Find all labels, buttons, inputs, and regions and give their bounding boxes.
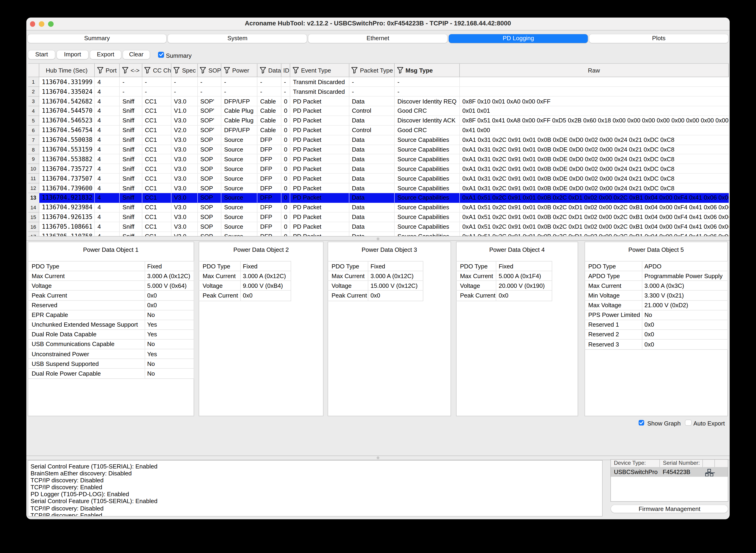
cell-hub-time[interactable]: 1136704.544570	[39, 106, 95, 116]
cell-data[interactable]: Cable	[257, 116, 281, 126]
cell-packet-type[interactable]: Control	[349, 106, 395, 116]
row-number-cell[interactable]: 6	[28, 126, 39, 135]
cell-packet-type[interactable]: Data	[349, 174, 395, 184]
cell-hub-time[interactable]: 1136704.550038	[39, 135, 95, 145]
show-graph-checkbox[interactable]	[638, 420, 644, 425]
cell-msg-type[interactable]: Good CRC	[395, 126, 460, 135]
cell-port[interactable]: 4	[95, 164, 120, 174]
row-number-cell[interactable]: 17	[28, 232, 39, 237]
cell-direction[interactable]: Sniff	[120, 96, 142, 106]
cell-direction[interactable]: Sniff	[120, 145, 142, 155]
cell-raw[interactable]: 0xA1 0x31 0x2C 0x91 0x01 0x0B 0xDE 0xD0 …	[460, 145, 729, 155]
cell-spec[interactable]: V3.0	[171, 145, 198, 155]
row-number-cell[interactable]: 1	[28, 77, 39, 87]
row-number-cell[interactable]: 15	[28, 213, 39, 222]
cell-packet-type[interactable]: Data	[349, 193, 395, 203]
cell-id[interactable]: 0	[281, 126, 290, 135]
cell-hub-time[interactable]: 1136704.737507	[39, 174, 95, 184]
cell-data[interactable]: Cable	[257, 126, 281, 135]
table-row[interactable]: 16 1136705.108661 4 Sniff CC1 V3.0 SOP S…	[28, 222, 729, 232]
table-row[interactable]: 9 1136704.553882 4 Sniff CC1 V3.0 SOP So…	[28, 155, 729, 164]
cell-spec[interactable]: V3.0	[171, 213, 198, 222]
cell-cc-ch[interactable]: CC1	[142, 232, 171, 237]
cell-packet-type[interactable]: Data	[349, 145, 395, 155]
cell-cc-ch[interactable]: -	[142, 77, 171, 87]
cell-spec[interactable]: V3.0	[171, 183, 198, 193]
cell-id[interactable]: 0	[281, 155, 290, 164]
table-row[interactable]: 4 1136704.544570 4 Sniff CC1 V1.0 SOP' C…	[28, 106, 729, 116]
row-number-cell[interactable]: 13	[28, 193, 39, 203]
cell-msg-type[interactable]: Source Capabilities	[395, 213, 460, 222]
cell-raw[interactable]: 0x8F 0x51 0x41 0xA8 0x00 0xFF 0xD5 0x2B …	[460, 116, 729, 126]
row-number-cell[interactable]: 4	[28, 106, 39, 116]
cell-spec[interactable]: V3.0	[171, 135, 198, 145]
cell-sop[interactable]: SOP	[198, 174, 221, 184]
table-row[interactable]: 13 1136704.921832 4 Sniff CC1 V3.0 SOP S…	[28, 193, 729, 203]
cell-data[interactable]: DFP	[257, 174, 281, 184]
cell-msg-type[interactable]: Source Capabilities	[395, 164, 460, 174]
cell-direction[interactable]: Sniff	[120, 155, 142, 164]
cell-sop[interactable]: -	[198, 87, 221, 96]
cell-direction[interactable]: Sniff	[120, 232, 142, 237]
cell-power[interactable]: Source	[221, 232, 257, 237]
cell-event-type[interactable]: Transmit Discarded	[290, 87, 349, 96]
cell-raw[interactable]: 0x8F 0x10 0x01 0xA0 0x00 0xFF	[460, 96, 729, 106]
cell-spec[interactable]: V3.0	[171, 96, 198, 106]
cell-hub-time[interactable]: 1136704.926135	[39, 213, 95, 222]
cell-raw[interactable]: 0xA1 0x51 0x2C 0x91 0x01 0x0B 0x2C 0xD1 …	[460, 232, 729, 237]
cell-packet-type[interactable]: -	[349, 87, 395, 96]
cell-direction[interactable]: Sniff	[120, 174, 142, 184]
cell-hub-time[interactable]: 1136704.553159	[39, 145, 95, 155]
cell-id[interactable]: -	[281, 77, 290, 87]
cell-spec[interactable]: V3.0	[171, 222, 198, 232]
cell-sop[interactable]: SOP'	[198, 106, 221, 116]
row-number-cell[interactable]: 16	[28, 222, 39, 232]
cell-event-type[interactable]: PD Packet	[290, 135, 349, 145]
cell-spec[interactable]: -	[171, 77, 198, 87]
cell-hub-time[interactable]: 1136704.921832	[39, 193, 95, 203]
header-cell-id[interactable]: ID	[281, 64, 290, 77]
cell-data[interactable]: -	[257, 87, 281, 96]
cell-packet-type[interactable]: Control	[349, 126, 395, 135]
cell-sop[interactable]: SOP	[198, 193, 221, 203]
cell-msg-type[interactable]: Source Capabilities	[395, 145, 460, 155]
cell-power[interactable]: Source	[221, 135, 257, 145]
cell-packet-type[interactable]: Data	[349, 222, 395, 232]
cell-event-type[interactable]: PD Packet	[290, 116, 349, 126]
auto-export-checkbox[interactable]	[685, 420, 691, 425]
cell-port[interactable]: 4	[95, 116, 120, 126]
header-cell-raw[interactable]: Raw	[460, 64, 729, 77]
tab-plots[interactable]: Plots	[589, 34, 729, 43]
cell-sop[interactable]: SOP	[198, 203, 221, 213]
row-number-cell[interactable]: 8	[28, 145, 39, 155]
cell-power[interactable]: -	[221, 87, 257, 96]
device-type-column-header[interactable]: Device Type:	[611, 460, 660, 467]
cell-sop[interactable]: SOP	[198, 232, 221, 237]
cell-direction[interactable]: Sniff	[120, 164, 142, 174]
cell-msg-type[interactable]: Source Capabilities	[395, 222, 460, 232]
summary-checkbox[interactable]	[158, 52, 164, 58]
row-number-cell[interactable]: 7	[28, 135, 39, 145]
cell-msg-type[interactable]: Source Capabilities	[395, 183, 460, 193]
cell-raw[interactable]: 0xA1 0x51 0x2C 0x91 0x01 0x0B 0x2C 0xD1 …	[460, 203, 729, 213]
header-cell-event-type[interactable]: Event Type	[290, 64, 349, 77]
link-column-header[interactable]	[703, 460, 715, 467]
cell-port[interactable]: 4	[95, 135, 120, 145]
cell-direction[interactable]: Sniff	[120, 222, 142, 232]
cell-hub-time[interactable]: 1136705.110758	[39, 232, 95, 237]
header-cell-sop[interactable]: SOP	[198, 64, 221, 77]
cell-power[interactable]: DFP/UFP	[221, 126, 257, 135]
table-row[interactable]: 2 1136704.335024 4 - - - - - - - Transmi…	[28, 87, 729, 96]
cell-msg-type[interactable]: Source Capabilities	[395, 155, 460, 164]
header-cell-packet-type[interactable]: Packet Type	[349, 64, 395, 77]
cell-id[interactable]: 0	[281, 174, 290, 184]
cell-hub-time[interactable]: 1136704.331999	[39, 77, 95, 87]
table-row[interactable]: 15 1136704.926135 4 Sniff CC1 V3.0 SOP S…	[28, 213, 729, 222]
cell-packet-type[interactable]: Data	[349, 116, 395, 126]
cell-power[interactable]: Cable Plug	[221, 106, 257, 116]
cell-port[interactable]: 4	[95, 193, 120, 203]
cell-direction[interactable]: Sniff	[120, 203, 142, 213]
header-cell-power[interactable]: Power	[221, 64, 257, 77]
table-row[interactable]: 3 1136704.542682 4 Sniff CC1 V3.0 SOP' D…	[28, 96, 729, 106]
header-cell-spec[interactable]: Spec	[171, 64, 198, 77]
